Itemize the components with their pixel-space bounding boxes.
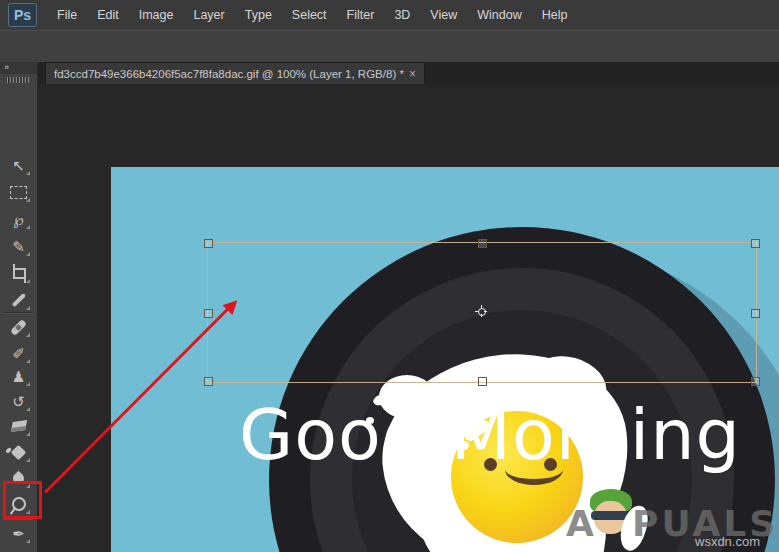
menu-type[interactable]: Type [235,0,282,30]
photoshop-window: { "menu_bar": { "logo_text": "Ps", "item… [0,0,779,552]
eyedropper-icon [11,293,25,307]
tool-pen-tool[interactable]: ✒ [5,522,32,544]
transform-handle-top-left[interactable] [204,239,213,248]
crop-icon [11,266,26,281]
tool-quick-selection-tool[interactable]: ✎ [5,235,32,257]
reference-point-icon[interactable] [475,305,487,317]
flyout-icon [26,458,30,462]
document-tab-bar: fd3ccd7b49e366b4206f5ac7f8fa8dac.gif @ 1… [37,62,779,85]
menu-select[interactable]: Select [282,0,337,30]
tool-eyedropper-tool[interactable] [5,289,32,311]
menu-window[interactable]: Window [467,0,531,30]
transform-handle-top-right[interactable] [751,239,760,248]
menu-image[interactable]: Image [129,0,184,30]
tool-lasso-tool[interactable]: ℘ [5,208,32,230]
tool-history-brush-tool[interactable]: ↺ [5,390,32,412]
transform-handle-middle-right[interactable] [751,309,760,318]
close-tab-icon[interactable]: × [407,67,424,81]
flyout-icon [26,279,30,283]
menu-edit[interactable]: Edit [87,0,129,30]
flyout-icon [26,432,30,436]
transform-handle-middle-left[interactable] [204,309,213,318]
flyout-icon [26,539,30,543]
document-tab[interactable]: fd3ccd7b49e366b4206f5ac7f8fa8dac.gif @ 1… [45,62,425,84]
canvas-text-layer[interactable]: Good Morning [239,400,741,470]
flyout-icon [26,306,30,310]
flyout-icon [26,382,30,386]
tool-crop-tool[interactable] [5,262,32,284]
transform-handle-bottom-left[interactable] [204,377,213,386]
flyout-icon [26,225,30,229]
bandage-icon [10,319,27,336]
options-bar: T ▼ ↓ T Meiryo Regular ▼ Regular ▼ tT 72… [0,30,779,64]
transform-handle-top-center[interactable] [478,239,487,248]
flyout-icon [26,407,30,411]
menu-bar: Ps File Edit Image Layer Type Select Fil… [0,0,779,31]
flyout-icon [26,359,30,363]
photoshop-logo-icon: Ps [8,3,37,27]
tools-panel-grip[interactable] [7,77,29,83]
pasteboard: wsxdn.com Good Morning [37,84,779,552]
collapse-panel-button[interactable]: » [0,62,37,74]
tool-rectangular-marquee-tool[interactable] [5,181,32,203]
menu-3d[interactable]: 3D [384,0,420,30]
tool-type-tool[interactable]: T [5,548,32,552]
tool-eraser-tool[interactable] [5,415,32,437]
menu-filter[interactable]: Filter [337,0,385,30]
marquee-icon [10,186,27,199]
tool-group-separator [4,312,33,313]
type-tool-highlight-box [3,481,42,519]
flyout-icon [26,198,30,202]
menu-layer[interactable]: Layer [183,0,234,30]
watermark-site: wsxdn.com [695,534,760,549]
menu-help[interactable]: Help [532,0,578,30]
paint-bucket-icon [11,444,27,460]
tool-move-tool[interactable]: ↖ [5,154,32,176]
document-canvas[interactable]: Good Morning A PUALS wsxdn.com [111,167,779,552]
tool-clone-stamp-tool[interactable]: ♟ [5,365,32,387]
eraser-icon [10,420,26,432]
flyout-icon [26,171,30,175]
document-title: fd3ccd7b49e366b4206f5ac7f8fa8dac.gif @ 1… [46,68,407,80]
tool-paint-bucket-tool[interactable] [5,441,32,463]
flyout-icon [26,252,30,256]
tool-brush-tool[interactable]: ✐ [5,342,32,364]
menu-file[interactable]: File [47,0,87,30]
tools-panel: » ↖ ℘ ✎ ✐ ♟ ↺ ✒ T ➤ [0,62,38,552]
flyout-icon [26,333,30,337]
transform-handle-bottom-right[interactable] [751,377,760,386]
tool-spot-healing-brush-tool[interactable] [5,316,32,338]
menu-view[interactable]: View [420,0,467,30]
transform-handle-bottom-center[interactable] [478,377,487,386]
